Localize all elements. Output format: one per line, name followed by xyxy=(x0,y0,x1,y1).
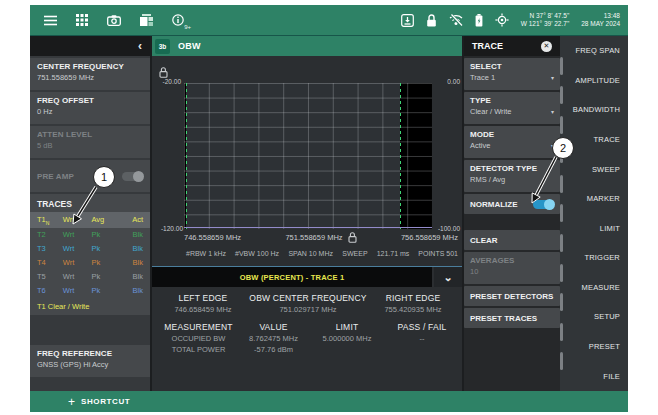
select-label: SELECT xyxy=(470,62,554,71)
window-switcher-icon[interactable] xyxy=(140,14,153,26)
left-edge-header: LEFT EDGE xyxy=(158,293,248,303)
trace-row-t3[interactable]: T3 Wrt Pk Blk xyxy=(30,242,150,256)
trace-state: Blk xyxy=(120,244,143,253)
left-edge-value: 746.658459 MHz xyxy=(158,305,248,314)
y-axis-left-min: -120.00 xyxy=(152,225,183,232)
trace-id: T4 xyxy=(37,258,63,267)
wifi-off-icon[interactable] xyxy=(449,14,463,26)
nav-bandwidth[interactable]: BANDWIDTH xyxy=(560,95,628,125)
trace-id: T1N xyxy=(37,215,63,226)
collapse-sidebar-button[interactable]: ‹ xyxy=(138,39,142,53)
spectrum-plot[interactable] xyxy=(184,83,432,229)
shortcut-bar[interactable]: + SHORTCUT xyxy=(30,391,628,412)
battery-icon[interactable] xyxy=(475,14,483,27)
chevron-down-icon[interactable]: ⌄ xyxy=(434,267,462,287)
nav-sweep[interactable]: SWEEP xyxy=(560,154,628,184)
points-label: POINTS 501 xyxy=(418,250,458,257)
col-limit: LIMIT xyxy=(308,322,386,332)
freq-offset-label: FREQ OFFSET xyxy=(37,96,143,105)
clear-label: CLEAR xyxy=(470,236,498,245)
freq-reference-item[interactable]: FREQ REFERENCE GNSS (GPS) Hi Accy xyxy=(30,345,150,377)
obw-left-edge-marker xyxy=(186,83,187,229)
nav-file[interactable]: FILE xyxy=(560,361,628,391)
clock: 13:48 28 MAY 2024 xyxy=(581,12,620,29)
close-icon[interactable]: ✕ xyxy=(541,41,552,52)
pre-amp-item: PRE AMP xyxy=(30,160,150,192)
hamburger-menu-icon[interactable] xyxy=(44,15,57,26)
center-frequency-label: CENTER FREQUENCY xyxy=(37,62,143,71)
select-trace-dropdown[interactable]: SELECT Trace 1 ▾ xyxy=(464,58,560,90)
trace-state: Blk xyxy=(120,230,143,239)
select-value: Trace 1 xyxy=(470,73,495,82)
obw-right-edge-marker xyxy=(400,83,401,229)
trace-menu-header: TRACE ✕ xyxy=(464,36,560,56)
atten-level-item: ATTEN LEVEL 5 dB xyxy=(30,126,150,158)
center-frequency-item[interactable]: CENTER FREQUENCY 751.558659 MHz xyxy=(30,58,150,90)
screenshot-save-icon[interactable] xyxy=(401,14,414,27)
trace-type: Wrt xyxy=(63,272,92,281)
measurement-tab-bar: 3b OBW xyxy=(152,36,462,56)
obw-edges-header-row: LEFT EDGE 746.658459 MHz OBW CENTER FREQ… xyxy=(158,293,458,314)
freq-reference-label: FREQ REFERENCE xyxy=(37,349,143,358)
settings-sidebar: ‹ CENTER FREQUENCY 751.558659 MHz FREQ O… xyxy=(30,36,150,391)
col-pass-fail: PASS / FAIL xyxy=(386,322,458,332)
occupied-bw-value: 8.762475 MHz xyxy=(239,334,308,343)
measurement-results-table: MEASUREMENT VALUE LIMIT PASS / FAIL OCCU… xyxy=(158,322,458,354)
apps-grid-icon[interactable] xyxy=(76,14,88,26)
freq-offset-value: 0 Hz xyxy=(37,107,143,116)
trace-row-t6[interactable]: T6 Wrt Pk Blk xyxy=(30,284,150,298)
trace-row-t4[interactable]: T4 Wrt Pk Blk xyxy=(30,256,150,270)
span-label: SPAN 10 MHz xyxy=(288,250,333,257)
nav-freq-span[interactable]: FREQ SPAN xyxy=(560,36,628,66)
clear-button[interactable]: CLEAR xyxy=(464,230,560,250)
mode-dropdown[interactable]: MODE Active ▾ xyxy=(464,126,560,158)
gps-location-icon[interactable] xyxy=(495,13,509,27)
preset-detectors-button[interactable]: PRESET DETECTORS xyxy=(464,286,560,306)
trace-type: Wrt xyxy=(63,244,92,253)
chevron-down-icon: ▾ xyxy=(551,74,554,81)
gps-longitude: W 121° 39' 22.7" xyxy=(521,20,569,29)
type-dropdown[interactable]: TYPE Clear / Write ▾ xyxy=(464,92,560,124)
occupied-bw-name: OCCUPIED BW xyxy=(158,334,239,343)
col-measurement: MEASUREMENT xyxy=(158,322,239,332)
freq-center-label: 751.558659 MHz xyxy=(285,233,342,242)
instrument-screen: 9+ N 37° 8' 47.5" W 121° 39' 22.7" xyxy=(30,5,628,412)
spacer xyxy=(464,214,560,228)
trace-menu-panel: TRACE ✕ SELECT Trace 1 ▾ TYPE Clear / Wr… xyxy=(462,36,560,391)
rbw-label: #RBW 1 kHz xyxy=(186,250,226,257)
info-icon[interactable]: 9+ xyxy=(172,14,184,26)
lock-icon[interactable] xyxy=(426,14,437,27)
nav-setup[interactable]: SETUP xyxy=(560,302,628,332)
app-icon[interactable]: 3b xyxy=(155,39,170,54)
preset-traces-button[interactable]: PRESET TRACES xyxy=(464,308,560,328)
atten-level-value: 5 dB xyxy=(37,141,143,150)
freq-offset-item[interactable]: FREQ OFFSET 0 Hz xyxy=(30,92,150,124)
nav-preset[interactable]: PRESET xyxy=(560,332,628,362)
vbw-label: #VBW 100 Hz xyxy=(235,250,279,257)
normalize-label: NORMALIZE xyxy=(470,200,518,209)
trace-state: Blk xyxy=(120,272,143,281)
trace-state: Blk xyxy=(120,258,143,267)
detector-type-item[interactable]: DETECTOR TYPE RMS / Avg xyxy=(464,160,560,192)
camera-icon[interactable] xyxy=(107,15,121,26)
nav-trigger[interactable]: TRIGGER xyxy=(560,243,628,273)
nav-limit[interactable]: LIMIT xyxy=(560,213,628,243)
trace-row-t1[interactable]: T1N Wrt Avg Act xyxy=(30,212,150,228)
nav-amplitude[interactable]: AMPLITUDE xyxy=(560,66,628,96)
normalize-toggle[interactable] xyxy=(533,200,554,209)
trace-id: T2 xyxy=(37,230,63,239)
detector-type-label: DETECTOR TYPE xyxy=(470,164,554,173)
nav-measure[interactable]: MEASURE xyxy=(560,273,628,303)
trace-state: Blk xyxy=(120,286,143,295)
freq-stop-label: 756.558659 MHz xyxy=(401,233,458,242)
sweep-label: SWEEP xyxy=(342,250,367,257)
trace-row-t5[interactable]: T5 Wrt Pk Blk xyxy=(30,270,150,284)
pre-amp-toggle[interactable] xyxy=(122,172,143,181)
mode-value: Active xyxy=(470,141,490,150)
plus-icon: + xyxy=(68,397,75,407)
tab-obw[interactable]: OBW xyxy=(178,41,201,51)
type-value: Clear / Write xyxy=(470,107,512,116)
trace-row-t2[interactable]: T2 Wrt Pk Blk xyxy=(30,228,150,242)
trace-type: Wrt xyxy=(63,258,92,267)
nav-marker[interactable]: MARKER xyxy=(560,184,628,214)
